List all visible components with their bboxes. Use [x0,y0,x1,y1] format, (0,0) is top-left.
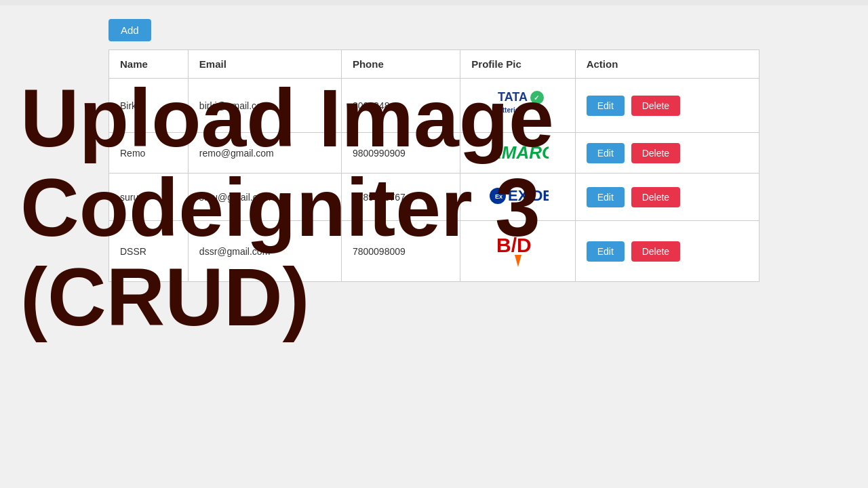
cell-profile-pic: B/D [460,221,575,282]
cell-action: Edit Delete [575,221,759,282]
svg-text:Ex: Ex [495,193,502,200]
table-row: Birki birki@gmail.com 8001348... TATA Ba… [109,79,760,133]
col-profile-pic: Profile Pic [460,50,575,79]
amaron-logo-img: AMARON [488,138,549,165]
svg-text:TATA: TATA [498,90,528,104]
svg-text:AMARON: AMARON [488,142,549,163]
svg-text:Batteries: Batteries [494,106,523,114]
cell-name: Remo [109,133,189,174]
bd-logo-img: B/D [491,226,545,274]
edit-button[interactable]: Edit [587,241,625,262]
top-bar [0,0,868,5]
table-header-row: Name Email Phone Profile Pic Action [109,50,760,79]
cell-phone: 6789098767 [341,174,460,221]
table-row: Remo remo@gmail.com 9800990909 AMARON Ed… [109,133,760,174]
edit-button[interactable]: Edit [587,143,625,163]
svg-text:B/D: B/D [496,234,532,256]
cell-action: Edit Delete [575,133,759,174]
cell-profile-pic: TATA Batteries ✓ [460,79,575,133]
cell-phone: 8001348... [341,79,460,133]
cell-phone: 7800098009 [341,221,460,282]
cell-name: suru [109,174,189,221]
cell-profile-pic: Ex EXIDE [460,174,575,221]
table-row: DSSR dssr@gmail.com 7800098009 B/D Edit … [109,221,760,282]
exide-logo-img: Ex EXIDE [488,179,549,213]
svg-text:✓: ✓ [534,94,539,102]
svg-text:EXIDE: EXIDE [508,187,549,204]
svg-marker-9 [515,255,521,267]
cell-phone: 9800990909 [341,133,460,174]
table-row: suru suru@gmail.com 6789098767 Ex EXIDE … [109,174,760,221]
col-email: Email [188,50,341,79]
add-button[interactable]: Add [108,19,151,41]
col-phone: Phone [341,50,460,79]
cell-profile-pic: AMARON [460,133,575,174]
delete-button[interactable]: Delete [631,187,680,207]
col-action: Action [575,50,759,79]
edit-button[interactable]: Edit [587,187,625,207]
delete-button[interactable]: Delete [631,241,680,262]
cell-email: remo@gmail.com [188,133,341,174]
cell-name: Birki [109,79,189,133]
edit-button[interactable]: Edit [587,96,625,116]
content-area: Upload ImageCodeigniter 3(CRUD) Add Name… [0,5,868,296]
delete-button[interactable]: Delete [631,96,680,116]
delete-button[interactable]: Delete [631,143,680,163]
cell-name: DSSR [109,221,189,282]
tata-logo-img: TATA Batteries ✓ [491,84,545,125]
cell-email: dssr@gmail.com [188,221,341,282]
cell-action: Edit Delete [575,174,759,221]
cell-email: suru@gmail.com [188,174,341,221]
data-table: Name Email Phone Profile Pic Action Birk… [108,49,760,282]
cell-email: birki@gmail.com [188,79,341,133]
col-name: Name [109,50,189,79]
cell-action: Edit Delete [575,79,759,133]
